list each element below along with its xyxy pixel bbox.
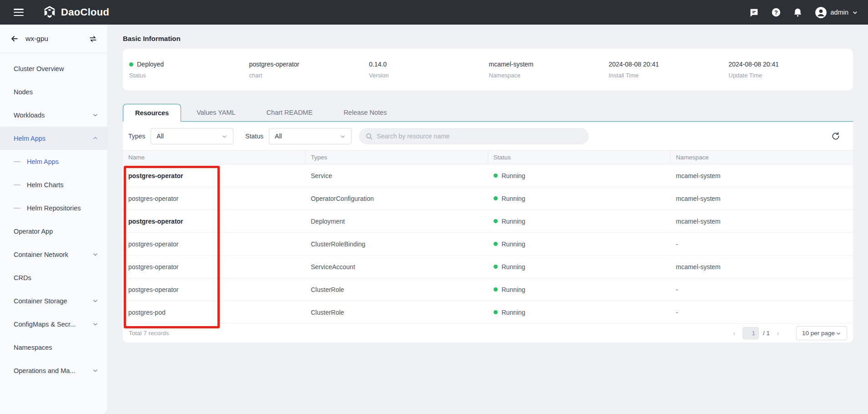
- resource-name[interactable]: postgres-operator: [123, 278, 305, 301]
- sidebar-item-label: Container Storage: [14, 297, 92, 305]
- sidebar-item-cluster-overview[interactable]: Cluster Overview: [0, 57, 107, 80]
- info-label: Namespace: [489, 72, 608, 79]
- sidebar-item-label: Helm Charts: [27, 181, 98, 189]
- user-menu[interactable]: admin: [815, 6, 858, 19]
- sidebar-item-label: Helm Apps: [27, 158, 98, 165]
- types-select[interactable]: All: [151, 128, 233, 144]
- page-size-select[interactable]: 10 per page: [796, 326, 847, 340]
- tab-values-yaml[interactable]: Values YAML: [181, 103, 251, 121]
- brand: DaoCloud: [43, 5, 109, 19]
- basic-information-card: DeployedStatuspostgres-operatorchart0.14…: [123, 49, 853, 91]
- resource-status: Running: [488, 164, 671, 187]
- table-row: postgres-operatorClusterRoleBindingRunni…: [123, 233, 853, 256]
- prev-page-icon[interactable]: ‹: [730, 329, 738, 338]
- resource-name[interactable]: postgres-operator: [123, 164, 305, 187]
- sidebar-item-workloads[interactable]: Workloads: [0, 103, 107, 127]
- resource-name[interactable]: postgres-operator: [123, 233, 305, 255]
- info-field-update-time: 2024-08-08 20:41Update Time: [728, 61, 848, 79]
- chevron-down-icon: [92, 112, 98, 118]
- tab-resources[interactable]: Resources: [123, 104, 181, 122]
- main-content: Cluster: wx-gpu / Namespace: mcamel-syst…: [108, 6, 868, 342]
- resource-type: ClusterRole: [305, 278, 488, 301]
- dash-bullet-icon: [14, 208, 20, 209]
- avatar-icon: [815, 6, 827, 19]
- status-dot-icon: [494, 242, 498, 246]
- status-filter-label: Status: [245, 133, 263, 140]
- resource-status: Running: [488, 210, 671, 232]
- refresh-icon[interactable]: [830, 131, 841, 142]
- resource-name[interactable]: postgres-pod: [123, 301, 305, 323]
- sidebar-item-helm-apps[interactable]: Helm Apps: [0, 127, 107, 150]
- page-count: / 1: [763, 330, 770, 337]
- sidebar-item-container-storage[interactable]: Container Storage: [0, 289, 107, 312]
- status-dot-icon: [494, 265, 498, 269]
- sidebar-cluster-name[interactable]: wx-gpu: [25, 35, 82, 43]
- daocloud-logo-icon: [43, 5, 56, 19]
- table-row: postgres-operatorOperatorConfigurationRu…: [123, 187, 853, 210]
- types-filter-label: Types: [128, 133, 145, 140]
- sidebar-item-label: Nodes: [14, 88, 98, 96]
- table-row: postgres-operatorServiceRunningmcamel-sy…: [123, 164, 853, 187]
- sidebar-item-operator-app[interactable]: Operator App: [0, 220, 107, 243]
- chevron-down-icon: [222, 133, 227, 139]
- sidebar-item-configmaps-secr[interactable]: ConfigMaps & Secr...: [0, 312, 107, 336]
- divider: [0, 53, 107, 53]
- status-select-value: All: [275, 133, 340, 140]
- resource-type: ClusterRole: [305, 301, 488, 323]
- sidebar-item-label: Workloads: [14, 112, 92, 119]
- username: admin: [831, 9, 849, 16]
- next-page-icon[interactable]: ›: [774, 329, 782, 338]
- sidebar-item-label: Operations and Ma...: [14, 367, 92, 374]
- info-value: 2024-08-08 20:41: [609, 61, 728, 68]
- sidebar-item-nodes[interactable]: Nodes: [0, 80, 107, 103]
- info-label: Install Time: [609, 72, 728, 79]
- info-label: Status: [129, 72, 248, 79]
- sidebar-item-container-network[interactable]: Container Network: [0, 243, 107, 266]
- sidebar-item-label: ConfigMaps & Secr...: [14, 321, 92, 328]
- sidebar-item-helm-charts[interactable]: Helm Charts: [0, 173, 107, 196]
- resource-type: ServiceAccount: [305, 256, 488, 278]
- resource-name[interactable]: postgres-operator: [123, 210, 305, 232]
- sidebar-item-helm-apps[interactable]: Helm Apps: [0, 150, 107, 173]
- resource-namespace: mcamel-system: [671, 256, 853, 278]
- info-value: mcamel-system: [489, 61, 608, 68]
- resource-name[interactable]: postgres-operator: [123, 187, 305, 210]
- hamburger-menu-icon[interactable]: [14, 9, 24, 16]
- resource-type: ClusterRoleBinding: [305, 233, 488, 255]
- info-field-namespace: mcamel-systemNamespace: [488, 61, 608, 79]
- chevron-down-icon: [92, 251, 98, 257]
- search-box[interactable]: [359, 128, 589, 144]
- resource-namespace: -: [671, 301, 853, 323]
- tab-chart-readme[interactable]: Chart README: [251, 103, 328, 121]
- status-select[interactable]: All: [269, 128, 352, 144]
- table-row: postgres-operatorClusterRoleRunning-: [123, 278, 853, 301]
- notifications-bell-icon[interactable]: [793, 7, 803, 17]
- help-icon[interactable]: ?: [771, 7, 781, 17]
- resource-name[interactable]: postgres-operator: [123, 256, 305, 278]
- resource-namespace: mcamel-system: [671, 210, 853, 232]
- sidebar: wx-gpu Cluster OverviewNodesWorkloadsHel…: [0, 25, 108, 414]
- sidebar-item-namespaces[interactable]: Namespaces: [0, 336, 107, 359]
- sidebar-item-helm-repositories[interactable]: Helm Repositories: [0, 196, 107, 220]
- page-number-input[interactable]: [742, 327, 759, 339]
- info-label: Version: [369, 72, 488, 79]
- column-header-status: Status: [488, 151, 671, 164]
- table-body: postgres-operatorServiceRunningmcamel-sy…: [123, 164, 853, 324]
- resource-status: Running: [488, 187, 671, 210]
- brand-name: DaoCloud: [61, 6, 109, 18]
- resource-namespace: -: [671, 278, 853, 301]
- resource-namespace: -: [671, 233, 853, 255]
- back-arrow-icon[interactable]: [10, 34, 19, 43]
- sidebar-item-label: CRDs: [14, 274, 98, 281]
- resources-panel: Types All Status All: [123, 122, 853, 342]
- info-field-version: 0.14.0Version: [368, 61, 488, 79]
- tab-release-notes[interactable]: Release Notes: [328, 103, 402, 121]
- sidebar-item-crds[interactable]: CRDs: [0, 266, 107, 289]
- sidebar-item-operations-and-ma[interactable]: Operations and Ma...: [0, 359, 107, 382]
- dash-bullet-icon: [14, 161, 20, 162]
- switch-cluster-icon[interactable]: [89, 35, 97, 43]
- search-input[interactable]: [377, 133, 582, 140]
- sidebar-nav: Cluster OverviewNodesWorkloadsHelm AppsH…: [0, 57, 107, 382]
- chat-icon[interactable]: [749, 7, 759, 17]
- table-row: postgres-podClusterRoleRunning-: [123, 301, 853, 324]
